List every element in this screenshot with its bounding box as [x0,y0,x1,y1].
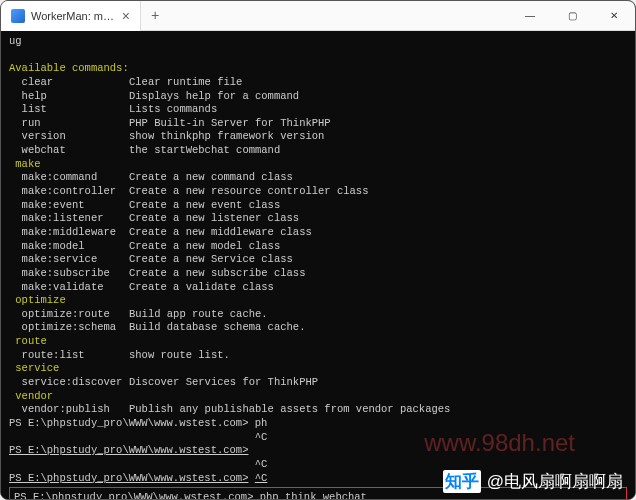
prompt-1: PS E:\phpstudy_pro\WWW\www.wstest.com> [9,417,248,429]
list-item: runPHP Built-in Server for ThinkPHP [9,117,627,131]
cmd-input-1: ph [255,417,268,429]
list-item: webchatthe startWebchat command [9,144,627,158]
group-header: route [9,335,627,349]
list-item: make:listenerCreate a new listener class [9,212,627,226]
powershell-icon [11,9,25,23]
tab-active[interactable]: WorkerMan: master process · × [1,1,141,31]
workerman-output-box: PS E:\phpstudy_pro\WWW\www.wstest.com> p… [9,487,627,500]
command-groups: make make:commandCreate a new command cl… [9,158,627,417]
list-item: route:listshow route list. [9,349,627,363]
list-item: make:serviceCreate a new Service class [9,253,627,267]
list-item: make:middlewareCreate a new middleware c… [9,226,627,240]
minimize-button[interactable]: — [509,1,551,31]
list-item: make:eventCreate a new event class [9,199,627,213]
list-item: optimize:routeBuild app route cache. [9,308,627,322]
list-item: make:subscribeCreate a new subscribe cla… [9,267,627,281]
group-header: optimize [9,294,627,308]
group-header: vendor [9,390,627,404]
terminal-content[interactable]: ug Available commands: clearClear runtim… [1,31,635,499]
close-button[interactable]: ✕ [593,1,635,31]
list-item: versionshow thinkphp framework version [9,130,627,144]
preamble-line: ug [9,35,22,47]
add-tab-button[interactable]: + [141,8,169,24]
list-item: make:controllerCreate a new resource con… [9,185,627,199]
titlebar: WorkerMan: master process · × + — ▢ ✕ [1,1,635,31]
group-header: service [9,362,627,376]
cmd-input-2: php think webchat [260,491,367,500]
list-item: make:commandCreate a new command class [9,171,627,185]
ctrlc-2: ^C [255,458,268,470]
prompt-4: PS E:\phpstudy_pro\WWW\www.wstest.com> [14,491,253,500]
group-header: make [9,158,627,172]
terminal-window: WorkerMan: master process · × + — ▢ ✕ ug… [0,0,636,500]
list-item: vendor:publishPublish any publishable as… [9,403,627,417]
list-item: make:modelCreate a new model class [9,240,627,254]
section-available-commands: Available commands: [9,62,129,74]
ctrlc-1: ^C [255,431,268,443]
list-item: clearClear runtime file [9,76,627,90]
prompt-2: PS E:\phpstudy_pro\WWW\www.wstest.com> [9,444,248,456]
tab-title: WorkerMan: master process · [31,10,116,22]
maximize-button[interactable]: ▢ [551,1,593,31]
list-item: service:discoverDiscover Services for Th… [9,376,627,390]
global-commands-list: clearClear runtime file helpDisplays hel… [9,76,627,158]
close-icon[interactable]: × [122,9,130,23]
list-item: listLists commands [9,103,627,117]
list-item: make:validateCreate a validate class [9,281,627,295]
list-item: optimize:schemaBuild database schema cac… [9,321,627,335]
ctrlc-3: ^C [255,472,268,484]
list-item: helpDisplays help for a command [9,90,627,104]
window-controls: — ▢ ✕ [509,1,635,31]
prompt-3: PS E:\phpstudy_pro\WWW\www.wstest.com> [9,472,248,484]
